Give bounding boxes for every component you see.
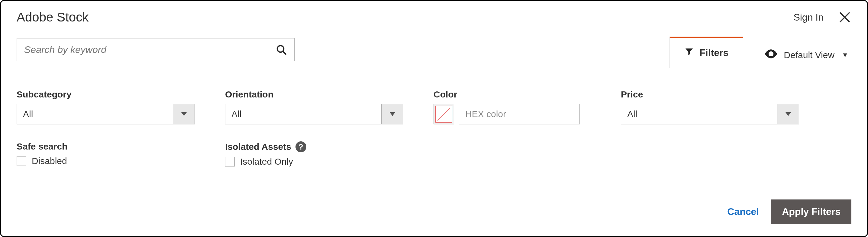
caret-down-icon: ▼ xyxy=(842,51,848,59)
safesearch-label: Safe search xyxy=(17,141,195,152)
orientation-select[interactable]: All xyxy=(225,104,403,124)
filter-row-1: Subcategory All Orientation All xyxy=(17,89,851,124)
eye-icon xyxy=(764,49,778,61)
isolated-label-text: Isolated Assets xyxy=(225,142,291,152)
color-swatch-none[interactable] xyxy=(434,104,454,124)
view-dropdown[interactable]: Default View ▼ xyxy=(764,49,848,61)
filter-subcategory: Subcategory All xyxy=(17,89,195,124)
page-title: Adobe Stock xyxy=(17,10,89,25)
search-field-wrap xyxy=(17,38,294,61)
header: Adobe Stock Sign In xyxy=(17,10,851,25)
isolated-label: Isolated Assets ? xyxy=(225,141,403,152)
funnel-icon xyxy=(684,47,694,59)
chevron-down-icon xyxy=(390,112,395,116)
search-input[interactable] xyxy=(17,38,294,61)
subcategory-dropdown-button[interactable] xyxy=(173,104,194,124)
help-icon[interactable]: ? xyxy=(296,141,306,152)
orientation-value: All xyxy=(225,104,381,124)
filter-orientation: Orientation All xyxy=(225,89,403,124)
chevron-down-icon xyxy=(785,112,791,116)
apply-filters-button[interactable]: Apply Filters xyxy=(771,200,851,224)
filter-row-2: Safe search Disabled Isolated Assets ? I… xyxy=(17,141,851,167)
price-dropdown-button[interactable] xyxy=(777,104,799,124)
color-label: Color xyxy=(434,89,591,100)
price-value: All xyxy=(621,104,777,124)
close-button[interactable] xyxy=(838,10,851,24)
svg-line-3 xyxy=(283,51,286,54)
orientation-dropdown-button[interactable] xyxy=(381,104,403,124)
safesearch-option-label: Disabled xyxy=(32,156,67,166)
price-select[interactable]: All xyxy=(621,104,799,124)
sign-in-link[interactable]: Sign In xyxy=(794,12,824,23)
no-color-icon xyxy=(435,106,452,123)
adobe-stock-panel: Adobe Stock Sign In xyxy=(0,0,868,237)
svg-point-4 xyxy=(770,53,773,55)
isolated-option-label: Isolated Only xyxy=(240,157,293,167)
subcategory-value: All xyxy=(17,104,173,124)
safesearch-checkbox-row[interactable]: Disabled xyxy=(17,156,195,166)
isolated-checkbox[interactable] xyxy=(225,157,235,166)
view-dropdown-label: Default View xyxy=(784,50,834,60)
filters-tab[interactable]: Filters xyxy=(670,36,743,68)
filter-price: Price All xyxy=(621,89,799,124)
cancel-button[interactable]: Cancel xyxy=(727,206,759,217)
search-icon xyxy=(275,44,287,56)
hex-color-input[interactable] xyxy=(459,104,580,124)
filter-color: Color xyxy=(434,89,591,124)
price-label: Price xyxy=(621,89,799,100)
header-actions: Sign In xyxy=(794,10,851,24)
isolated-checkbox-row[interactable]: Isolated Only xyxy=(225,157,403,167)
filters-tab-label: Filters xyxy=(700,47,728,58)
subcategory-select[interactable]: All xyxy=(17,104,195,124)
chevron-down-icon xyxy=(181,112,187,116)
filters-body: Subcategory All Orientation All xyxy=(17,68,851,167)
filter-isolated: Isolated Assets ? Isolated Only xyxy=(225,141,403,167)
search-button[interactable] xyxy=(275,44,287,56)
toolbar: Filters Default View ▼ xyxy=(17,36,851,68)
orientation-label: Orientation xyxy=(225,89,403,100)
safesearch-checkbox[interactable] xyxy=(17,156,26,166)
close-icon xyxy=(838,10,851,24)
actions: Cancel Apply Filters xyxy=(727,200,851,224)
filter-safesearch: Safe search Disabled xyxy=(17,141,195,167)
subcategory-label: Subcategory xyxy=(17,89,195,100)
